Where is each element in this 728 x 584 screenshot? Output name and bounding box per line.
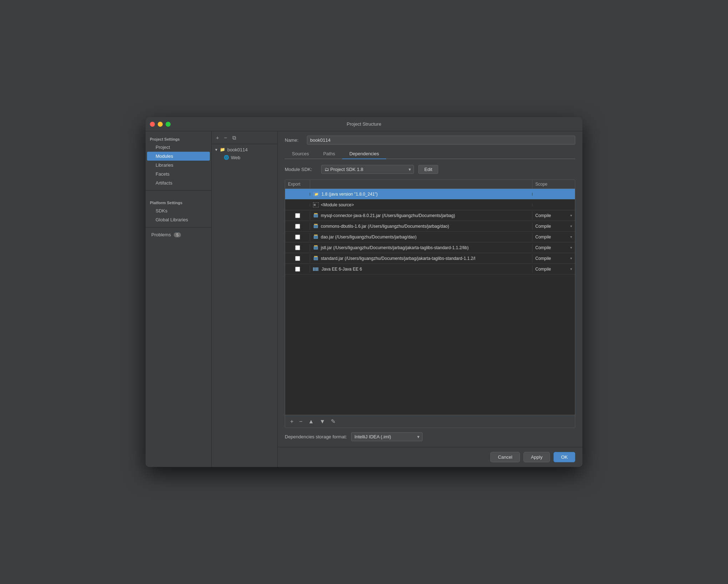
svg-rect-15 xyxy=(314,245,318,246)
maximize-button[interactable] xyxy=(166,122,171,127)
col-name-header xyxy=(310,180,532,188)
scope-dropdown-icon[interactable]: ▾ xyxy=(570,246,572,250)
storage-format-select[interactable]: IntelliJ IDEA (.iml) xyxy=(351,432,423,441)
tab-dependencies[interactable]: Dependencies xyxy=(342,149,386,159)
table-row[interactable]: jstl.jar (/Users/liguangzhu/Documents/ja… xyxy=(285,242,575,253)
scope-dropdown-icon[interactable]: ▾ xyxy=(570,213,572,217)
dep-scope-cell xyxy=(532,203,575,206)
svg-rect-10 xyxy=(314,236,318,238)
table-row[interactable]: Java EE 6-Java EE 6 Compile ▾ xyxy=(285,264,575,275)
table-row[interactable]: standard.jar (/Users/liguangzhu/Document… xyxy=(285,253,575,264)
scope-value: Compile xyxy=(535,224,570,229)
dependencies-table: Export Scope 📁 1.8 (java version "1.8.0_… xyxy=(285,180,575,428)
content-header: Name: Sources Paths Dependencies xyxy=(278,131,582,159)
main-layout: Project Settings Project Modules Librari… xyxy=(146,131,582,467)
dep-scope-cell xyxy=(532,193,575,196)
sidebar-item-artifacts[interactable]: Artifacts xyxy=(147,178,210,187)
dep-name-cell: jstl.jar (/Users/liguangzhu/Documents/ja… xyxy=(310,244,532,252)
bottom-bar: Cancel Apply OK xyxy=(278,447,582,467)
sdk-select[interactable]: 🗂 Project SDK 1.8 xyxy=(321,165,414,174)
content-body: Module SDK: 🗂 Project SDK 1.8 Edit Expor… xyxy=(278,159,582,447)
table-body: 📁 1.8 (java version "1.8.0_241") ▣ <Modu… xyxy=(285,189,575,415)
name-input[interactable] xyxy=(307,136,575,145)
svg-rect-22 xyxy=(316,267,317,271)
export-checkbox[interactable] xyxy=(295,224,300,229)
tree-copy-button[interactable]: ⧉ xyxy=(231,134,238,142)
tree-add-button[interactable]: + xyxy=(214,134,221,141)
deps-edit-button[interactable]: ✎ xyxy=(329,417,338,426)
export-cell xyxy=(285,255,310,262)
deps-move-down-button[interactable]: ▼ xyxy=(318,418,328,426)
minimize-button[interactable] xyxy=(158,122,163,127)
tab-paths[interactable]: Paths xyxy=(316,149,342,159)
svg-rect-23 xyxy=(317,267,318,271)
col-export-header: Export xyxy=(285,180,310,188)
dep-name-cell: Java EE 6-Java EE 6 xyxy=(310,265,532,273)
export-checkbox[interactable] xyxy=(295,245,300,250)
export-cell xyxy=(285,203,310,206)
edit-sdk-button[interactable]: Edit xyxy=(418,165,438,174)
deps-toolbar: + − ▲ ▼ ✎ xyxy=(285,415,575,428)
export-checkbox[interactable] xyxy=(295,267,300,272)
svg-rect-2 xyxy=(314,215,318,217)
library-icon xyxy=(313,267,319,272)
export-cell xyxy=(285,212,310,220)
table-row[interactable]: commons-dbutils-1.6.jar (/Users/liguangz… xyxy=(285,221,575,232)
tree-item-book0114[interactable]: ▼ 📁 book0114 xyxy=(212,146,277,153)
project-structure-window: Project Structure Project Settings Proje… xyxy=(146,117,582,467)
tree-arrow-icon: ▼ xyxy=(214,148,218,152)
cancel-button[interactable]: Cancel xyxy=(490,452,520,462)
svg-rect-3 xyxy=(314,213,318,214)
project-settings-section: Project Settings xyxy=(146,134,211,143)
tree-remove-button[interactable]: − xyxy=(223,134,229,141)
svg-rect-19 xyxy=(314,256,318,257)
jar-icon xyxy=(313,224,319,229)
apply-button[interactable]: Apply xyxy=(524,452,550,462)
deps-move-up-button[interactable]: ▲ xyxy=(306,418,316,426)
sidebar-item-project[interactable]: Project xyxy=(147,143,210,152)
scope-dropdown-icon[interactable]: ▾ xyxy=(570,267,572,271)
dep-scope-cell: Compile ▾ xyxy=(532,255,575,262)
sidebar: Project Settings Project Modules Librari… xyxy=(146,131,212,467)
table-row[interactable]: ▣ <Module source> xyxy=(285,200,575,210)
storage-label: Dependencies storage format: xyxy=(285,434,347,439)
dep-name: dao.jar (/Users/liguangzhu/Documents/jar… xyxy=(321,235,416,240)
sidebar-divider-2 xyxy=(146,227,211,227)
dep-name: mysql-connector-java-8.0.21.jar (/Users/… xyxy=(321,213,455,218)
deps-add-button[interactable]: + xyxy=(288,418,295,426)
jar-icon xyxy=(313,256,319,261)
tab-sources[interactable]: Sources xyxy=(285,149,316,159)
sidebar-item-libraries[interactable]: Libraries xyxy=(147,161,210,170)
scope-dropdown-icon[interactable]: ▾ xyxy=(570,235,572,239)
scope-dropdown-icon[interactable]: ▾ xyxy=(570,256,572,260)
sidebar-item-facets[interactable]: Facets xyxy=(147,170,210,178)
dep-name: Java EE 6-Java EE 6 xyxy=(322,267,362,272)
sidebar-item-sdks[interactable]: SDKs xyxy=(147,206,210,215)
dep-name: jstl.jar (/Users/liguangzhu/Documents/ja… xyxy=(321,245,469,250)
col-scope-header: Scope xyxy=(532,180,575,188)
deps-remove-button[interactable]: − xyxy=(297,418,304,426)
export-checkbox[interactable] xyxy=(295,213,300,218)
sidebar-item-problems[interactable]: Problems 5 xyxy=(147,230,210,239)
sidebar-item-modules[interactable]: Modules xyxy=(147,152,210,161)
export-checkbox[interactable] xyxy=(295,235,300,240)
close-button[interactable] xyxy=(150,122,155,127)
tree-item-web[interactable]: 🌐 Web xyxy=(212,153,277,161)
sidebar-divider xyxy=(146,190,211,191)
export-checkbox[interactable] xyxy=(295,256,300,261)
module-source-icon: ▣ xyxy=(313,202,319,207)
table-row[interactable]: dao.jar (/Users/liguangzhu/Documents/jar… xyxy=(285,232,575,242)
svg-rect-18 xyxy=(314,257,318,260)
sidebar-item-global-libraries[interactable]: Global Libraries xyxy=(147,215,210,224)
svg-rect-14 xyxy=(314,247,318,249)
table-row[interactable]: mysql-connector-java-8.0.21.jar (/Users/… xyxy=(285,210,575,221)
dep-name: <Module source> xyxy=(321,202,354,207)
scope-dropdown-icon[interactable]: ▾ xyxy=(570,224,572,228)
tree-content: ▼ 📁 book0114 🌐 Web xyxy=(212,144,277,467)
dep-name-cell: standard.jar (/Users/liguangzhu/Document… xyxy=(310,255,532,262)
export-cell xyxy=(285,222,310,230)
dep-name: standard.jar (/Users/liguangzhu/Document… xyxy=(321,256,475,261)
sdk-select-wrapper: 🗂 Project SDK 1.8 xyxy=(321,165,414,174)
ok-button[interactable]: OK xyxy=(553,452,575,462)
table-row[interactable]: 📁 1.8 (java version "1.8.0_241") xyxy=(285,189,575,200)
